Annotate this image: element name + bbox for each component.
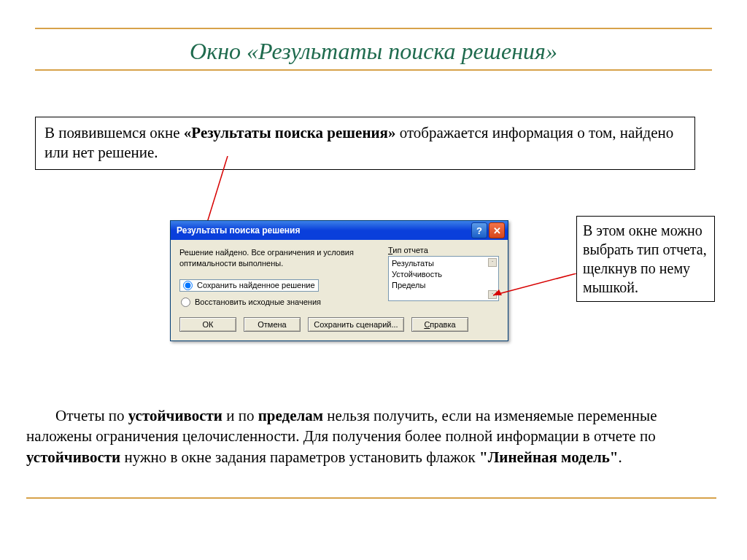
rule-bottom <box>26 497 716 499</box>
report-item-limits[interactable]: Пределы <box>392 280 495 291</box>
bt5: . <box>619 448 622 466</box>
dialog-title-text: Результаты поиска решения <box>177 225 300 236</box>
radio-save-input[interactable] <box>183 281 193 290</box>
save-scenario-button[interactable]: Сохранить сценарий... <box>308 317 404 332</box>
status-message: Решение найдено. Все ограничения и услов… <box>179 247 365 269</box>
slide-title-block: Окно «Результаты поиска решения» <box>35 22 712 71</box>
rule-top <box>35 28 712 29</box>
report-item-results[interactable]: Результаты <box>392 258 495 269</box>
bb2: пределам <box>258 407 323 424</box>
report-item-stability[interactable]: Устойчивость <box>392 269 495 280</box>
radio-restore-label: Восстановить исходные значения <box>195 298 321 306</box>
bt1: Отчеты по <box>55 407 128 424</box>
bb4: "Линейная модель" <box>479 448 619 466</box>
scroll-down-icon[interactable]: · <box>488 290 497 299</box>
dialog-titlebar[interactable]: Результаты поиска решения ? ✕ <box>171 221 508 240</box>
side-note-text: В этом окне можно выбрать тип отчета, ще… <box>583 222 707 295</box>
cancel-button[interactable]: Отмена <box>244 317 301 332</box>
bt4: нужно в окне задания параметров установи… <box>120 448 479 466</box>
bb3: устойчивости <box>26 448 120 466</box>
bottom-paragraph: Отчеты по устойчивости и по пределам нел… <box>26 405 716 467</box>
scroll-up-icon[interactable]: · <box>488 258 497 267</box>
radio-save-label: Сохранить найденное решение <box>197 281 315 289</box>
help-icon[interactable]: ? <box>471 222 487 238</box>
intro-text-box: В появившемся окне «Результаты поиска ре… <box>35 117 695 170</box>
close-icon[interactable]: ✕ <box>489 222 505 238</box>
ok-button[interactable]: ОК <box>179 317 236 332</box>
rule-under-title <box>35 69 712 71</box>
intro-pre: В появившемся окне <box>44 124 184 141</box>
solver-results-dialog: Результаты поиска решения ? ✕ Решение на… <box>170 220 508 341</box>
dialog-body: Решение найдено. Все ограничения и услов… <box>171 240 508 341</box>
report-type-label: Тип отчета <box>388 246 499 254</box>
bb1: устойчивости <box>128 407 222 424</box>
side-note-box: В этом окне можно выбрать тип отчета, ще… <box>576 216 715 302</box>
report-type-group: Тип отчета Результаты Устойчивость Преде… <box>388 246 499 301</box>
slide-title: Окно «Результаты поиска решения» <box>35 38 712 65</box>
radio-restore-input[interactable] <box>181 298 190 307</box>
report-type-listbox[interactable]: Результаты Устойчивость Пределы · · <box>388 256 499 301</box>
bt2: и по <box>222 407 258 424</box>
dialog-button-row: ОК Отмена Сохранить сценарий... Справка <box>179 317 499 332</box>
help-button[interactable]: Справка <box>411 317 468 332</box>
intro-bold: «Результаты поиска решения» <box>184 124 396 141</box>
radio-save-solution[interactable]: Сохранить найденное решение <box>179 279 319 292</box>
